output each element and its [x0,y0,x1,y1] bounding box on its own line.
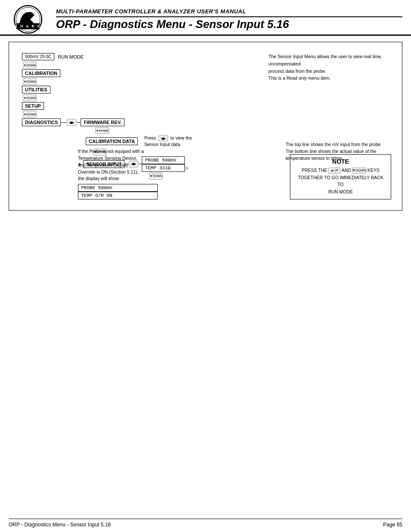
enter-button-diagnostics[interactable]: ◀▶ [67,119,76,126]
press-enter-text: Press ◀▶ to view theSensor Input data. [144,135,192,148]
down-button-4[interactable]: ▼DOWN [23,111,37,118]
footer-left: ORP - Diagnostics Menu - Sensor Input 5.… [9,522,111,528]
probe-ntemp-line2: TEMP O/R ON [78,192,158,199]
header-text: MULTI-PARAMETER CONTROLLER & ANALYZER US… [56,8,402,31]
run-mode-label: RUN MODE [58,54,84,59]
down-button-2[interactable]: ▼DOWN [23,78,37,85]
sensor-input-desc: The Sensor Input Menu allows the user to… [268,53,391,82]
page-header: S H A R K S H A R K S H A R K MULTI-PARA… [0,0,411,36]
note-box: NOTE PRESS THE ▲UP AND ▼DOWN KEYS TOGETH… [290,154,391,199]
down-button-3[interactable]: ▼DOWN [23,94,37,101]
note-content: PRESS THE ▲UP AND ▼DOWN KEYS TOGETHER TO… [296,167,386,196]
probe-top-desc: The top line shows the mV input from the… [286,141,391,148]
firmware-rev-item[interactable]: FIRMWARE REV. [81,118,125,126]
setup-menu-item[interactable]: SETUP [22,102,44,110]
probe-not-equipped-area: If the Probe is not equiped with a Tempe… [78,148,158,199]
probe-ntemp-line1: PROBE 500mV [78,184,158,192]
calibration-data-item[interactable]: CALIBRATION DATA [86,137,138,145]
header-subtitle: MULTI-PARAMETER CONTROLLER & ANALYZER US… [56,8,402,15]
header-title: ORP - Diagnostics Menu - Sensor Input 5.… [56,18,402,31]
footer-inner: ORP - Diagnostics Menu - Sensor Input 5.… [9,519,402,528]
diagram-box: 500mV 25.0C RUN MODE ▼DOWN CALIBRATION ▼… [9,42,402,211]
svg-text:S H A R K: S H A R K [15,24,41,28]
note-title: NOTE [296,158,386,165]
down-button-1[interactable]: ▼DOWN [23,62,37,68]
utilities-menu-item[interactable]: UTILITIES [22,86,50,93]
run-mode-value: 500mV 25.0C [22,53,54,60]
sensor-description: The Sensor Input Menu allows the user to… [268,53,391,82]
logo: S H A R K S H A R K S H A R K [9,4,47,34]
footer-right: Page 65 [383,522,402,528]
footer: ORP - Diagnostics Menu - Sensor Input 5.… [0,519,411,528]
main-content: 500mV 25.0C RUN MODE ▼DOWN CALIBRATION ▼… [0,37,411,224]
down-button-firmware[interactable]: ▼DOWN [95,127,109,134]
calibration-menu-item[interactable]: CALIBRATION [22,69,60,77]
diagnostics-menu-item[interactable]: DIAGNOSTICS [22,118,61,126]
diagram-inner: 500mV 25.0C RUN MODE ▼DOWN CALIBRATION ▼… [16,49,395,204]
probe-no-temp-desc: If the Probe is not equiped with a Tempe… [78,148,158,182]
